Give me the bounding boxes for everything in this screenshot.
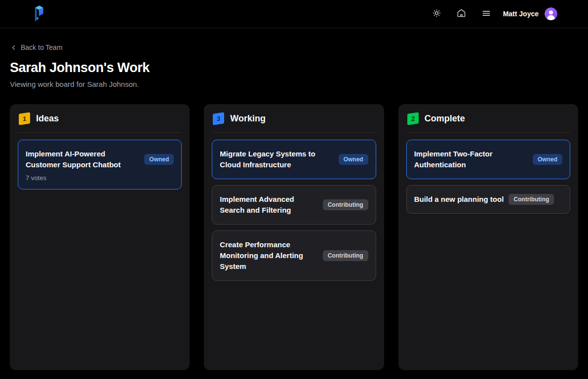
work-card[interactable]: Implement Advanced Search and Filtering … bbox=[212, 185, 376, 225]
card-row: Build a new planning tool Contributing bbox=[414, 193, 562, 206]
work-card[interactable]: Create Performance Monitoring and Alerti… bbox=[212, 230, 376, 281]
app-header: Matt Joyce bbox=[0, 0, 588, 28]
sun-icon bbox=[432, 9, 441, 19]
chevron-left-icon bbox=[10, 44, 17, 51]
card-role-badge: Owned bbox=[339, 154, 368, 165]
board-column: 2 Complete Implement Two-Factor Authenti… bbox=[398, 104, 578, 370]
avatar[interactable] bbox=[545, 7, 557, 20]
column-divider bbox=[212, 132, 376, 133]
card-list: Implement AI-Powered Customer Support Ch… bbox=[18, 140, 182, 190]
card-row: Implement Two-Factor Authentication Owne… bbox=[414, 148, 562, 171]
card-title: Build a new planning tool bbox=[414, 193, 504, 206]
menu-icon bbox=[481, 8, 491, 20]
card-votes: 7 votes bbox=[26, 174, 174, 182]
back-to-team-label: Back to Team bbox=[21, 43, 63, 51]
user-avatar-icon bbox=[545, 7, 557, 20]
column-count-badge: 2 bbox=[407, 112, 419, 125]
column-title: Complete bbox=[425, 114, 465, 124]
column-header: 2 Complete bbox=[406, 112, 570, 124]
home-button[interactable] bbox=[453, 5, 470, 23]
card-title: Migrate Legacy Systems to Cloud Infrastr… bbox=[220, 148, 333, 171]
column-header: 3 Working bbox=[212, 112, 376, 124]
column-count-badge: 1 bbox=[19, 112, 30, 125]
card-role-badge: Contributing bbox=[509, 194, 554, 205]
card-role-badge: Contributing bbox=[323, 199, 368, 210]
column-count-badge: 3 bbox=[213, 112, 224, 125]
board-column: 1 Ideas Implement AI-Powered Customer Su… bbox=[10, 104, 190, 370]
board-column: 3 Working Migrate Legacy Systems to Clou… bbox=[204, 104, 384, 370]
column-title: Ideas bbox=[36, 114, 59, 124]
back-to-team-link[interactable]: Back to Team bbox=[10, 43, 63, 51]
card-title: Implement AI-Powered Customer Support Ch… bbox=[26, 148, 139, 171]
card-title: Implement Two-Factor Authentication bbox=[414, 148, 528, 171]
column-divider bbox=[406, 132, 570, 133]
card-title: Implement Advanced Search and Filtering bbox=[220, 193, 317, 217]
app-logo[interactable] bbox=[31, 4, 45, 24]
home-icon bbox=[457, 8, 466, 19]
work-card[interactable]: Implement AI-Powered Customer Support Ch… bbox=[18, 140, 182, 190]
card-title: Create Performance Monitoring and Alerti… bbox=[220, 238, 317, 273]
user-name: Matt Joyce bbox=[503, 10, 539, 18]
card-list: Migrate Legacy Systems to Cloud Infrastr… bbox=[212, 140, 376, 281]
main-content: Back to Team Sarah Johnson's Work Viewin… bbox=[0, 28, 588, 370]
card-role-badge: Owned bbox=[144, 154, 174, 165]
page-subtitle: Viewing work board for Sarah Johnson. bbox=[10, 80, 578, 88]
column-divider bbox=[18, 132, 182, 133]
card-row: Implement Advanced Search and Filtering … bbox=[220, 193, 368, 217]
header-actions: Matt Joyce bbox=[421, 5, 557, 23]
column-title: Working bbox=[230, 114, 266, 124]
work-board: 1 Ideas Implement AI-Powered Customer Su… bbox=[10, 104, 578, 370]
card-list: Implement Two-Factor Authentication Owne… bbox=[406, 140, 570, 214]
card-row: Implement AI-Powered Customer Support Ch… bbox=[26, 148, 174, 171]
work-card[interactable]: Build a new planning tool Contributing bbox=[406, 185, 570, 214]
work-card[interactable]: Implement Two-Factor Authentication Owne… bbox=[406, 140, 570, 179]
page-title: Sarah Johnson's Work bbox=[10, 60, 578, 76]
column-header: 1 Ideas bbox=[18, 112, 182, 124]
card-role-badge: Owned bbox=[533, 154, 562, 165]
logo-icon bbox=[31, 4, 45, 24]
card-role-badge: Contributing bbox=[323, 250, 368, 261]
card-row: Create Performance Monitoring and Alerti… bbox=[220, 238, 368, 273]
menu-button[interactable] bbox=[477, 5, 495, 23]
work-card[interactable]: Migrate Legacy Systems to Cloud Infrastr… bbox=[212, 140, 376, 179]
card-row: Migrate Legacy Systems to Cloud Infrastr… bbox=[220, 148, 368, 171]
theme-toggle-button[interactable] bbox=[428, 5, 446, 23]
